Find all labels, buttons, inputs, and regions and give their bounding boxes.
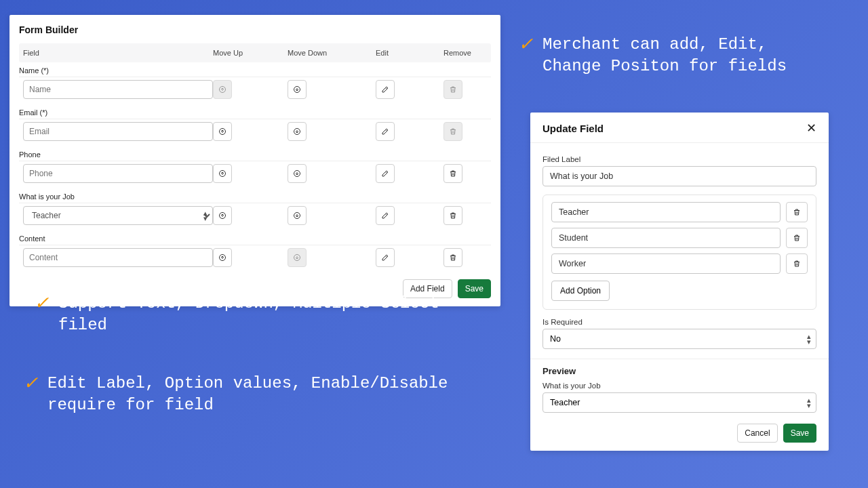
preview-field-label: What is your Job xyxy=(542,382,816,390)
field-row-label: Content xyxy=(19,230,491,245)
remove-button[interactable] xyxy=(443,248,462,267)
move-down-button[interactable] xyxy=(288,206,307,225)
field-input[interactable] xyxy=(23,164,213,183)
is-required-select-wrap: No ▴▾ xyxy=(542,329,816,349)
field-label-label: Filed Label xyxy=(542,155,816,163)
field-cell: Teacher▴▾ xyxy=(23,206,213,225)
edit-button[interactable] xyxy=(376,80,395,99)
modal-header: Update Field ✕ xyxy=(530,113,829,143)
options-box: Add Option xyxy=(542,195,816,310)
check-icon: ✓ xyxy=(35,290,47,318)
edit-button[interactable] xyxy=(376,206,395,225)
feature-bullet-2: ✓Support Text, Dropdown, Multiple Select… xyxy=(58,293,492,337)
remove-button xyxy=(443,80,462,99)
field-input[interactable] xyxy=(23,80,213,99)
edit-button[interactable] xyxy=(376,248,395,267)
col-movedown: Move Down xyxy=(288,49,376,57)
col-moveup: Move Up xyxy=(213,49,288,57)
col-field: Field xyxy=(23,49,213,57)
remove-button xyxy=(443,122,462,141)
remove-button[interactable] xyxy=(443,164,462,183)
move-up-button[interactable] xyxy=(213,164,232,183)
modal-title: Update Field xyxy=(542,123,604,134)
option-delete-button[interactable] xyxy=(786,202,808,222)
is-required-label: Is Required xyxy=(542,318,816,326)
move-up-button[interactable] xyxy=(213,122,232,141)
add-option-button[interactable]: Add Option xyxy=(551,281,610,301)
preview-title: Preview xyxy=(542,366,816,376)
form-builder-panel: Form Builder Field Move Up Move Down Edi… xyxy=(9,15,500,306)
option-row xyxy=(551,202,808,222)
table-row xyxy=(19,119,491,146)
option-row xyxy=(551,253,808,274)
check-icon: ✓ xyxy=(24,370,37,398)
option-delete-button[interactable] xyxy=(786,228,808,248)
field-cell xyxy=(23,80,213,99)
bullet-text: Merchant can add, Edit, Change Positon f… xyxy=(542,35,787,75)
remove-button[interactable] xyxy=(443,206,462,225)
field-cell xyxy=(23,248,213,267)
feature-bullet-3: ✓Edit Label, Option values, Enable/Disab… xyxy=(47,373,522,417)
option-input[interactable] xyxy=(551,202,781,222)
move-up-button[interactable] xyxy=(213,206,232,225)
move-down-button[interactable] xyxy=(288,122,307,141)
divider xyxy=(530,359,829,359)
field-row-label: Name (*) xyxy=(19,62,491,77)
move-up-button xyxy=(213,80,232,99)
modal-body: Filed Label Add Option Is Required No ▴▾… xyxy=(530,143,829,417)
move-down-button[interactable] xyxy=(288,80,307,99)
table-header: Field Move Up Move Down Edit Remove xyxy=(19,43,491,62)
is-required-select[interactable]: No xyxy=(542,329,816,349)
cancel-button[interactable]: Cancel xyxy=(737,424,777,443)
table-row xyxy=(19,161,491,188)
option-row xyxy=(551,228,808,248)
preview-select[interactable]: Teacher xyxy=(542,392,816,413)
modal-save-button[interactable]: Save xyxy=(783,424,816,443)
field-row-label: Email (*) xyxy=(19,104,491,119)
field-cell xyxy=(23,164,213,183)
move-down-button xyxy=(288,248,307,267)
field-select[interactable]: Teacher xyxy=(23,206,213,225)
field-input[interactable] xyxy=(23,122,213,141)
edit-button[interactable] xyxy=(376,164,395,183)
col-remove: Remove xyxy=(443,49,511,57)
form-builder-title: Form Builder xyxy=(19,24,491,35)
preview-select-wrap: Teacher ▴▾ xyxy=(542,392,816,413)
close-icon[interactable]: ✕ xyxy=(806,122,816,134)
table-row xyxy=(19,77,491,104)
field-label-input[interactable] xyxy=(542,166,816,186)
field-input[interactable] xyxy=(23,248,213,267)
field-cell xyxy=(23,122,213,141)
bullet-text: Support Text, Dropdown, Multiple Select … xyxy=(58,294,439,334)
modal-footer: Cancel Save xyxy=(530,424,829,443)
option-delete-button[interactable] xyxy=(786,253,808,274)
move-down-button[interactable] xyxy=(288,164,307,183)
bullet-text: Edit Label, Option values, Enable/Disabl… xyxy=(47,374,448,414)
check-icon: ✓ xyxy=(519,31,532,59)
table-row xyxy=(19,245,491,272)
field-row-label: What is your Job xyxy=(19,188,491,203)
edit-button[interactable] xyxy=(376,122,395,141)
option-input[interactable] xyxy=(551,228,781,248)
feature-bullet-1: ✓Merchant can add, Edit, Change Positon … xyxy=(542,34,834,78)
option-input[interactable] xyxy=(551,253,781,274)
field-row-label: Phone xyxy=(19,146,491,161)
col-edit: Edit xyxy=(376,49,443,57)
table-row: Teacher▴▾ xyxy=(19,203,491,230)
update-field-modal: Update Field ✕ Filed Label Add Option Is… xyxy=(530,113,829,451)
move-up-button[interactable] xyxy=(213,248,232,267)
